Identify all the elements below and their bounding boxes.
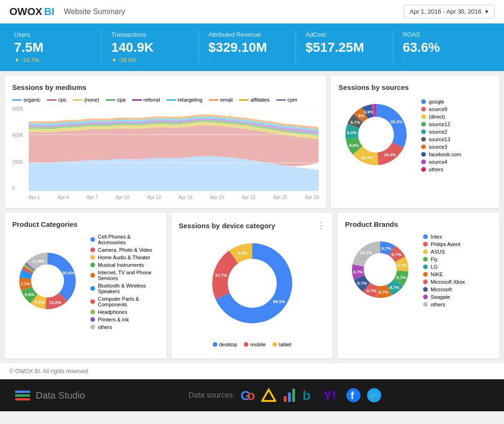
legend-dot	[90, 237, 95, 242]
legend-item: source13	[421, 136, 461, 142]
stat-label: Attributed Revenue	[208, 31, 286, 38]
y-label: 400K	[12, 133, 23, 138]
donut-chart-categories: 35.6%12.8%8.6%8.6%7.1%12.9%	[12, 246, 83, 318]
legend-label: Home Audio & Theater	[98, 255, 150, 260]
legend-dot	[423, 287, 428, 292]
sessions-sources-title: Sessions by sources	[338, 83, 492, 91]
legend-label: ASUS	[431, 249, 445, 255]
legend-label: source12	[429, 121, 450, 127]
legend-color	[167, 99, 176, 101]
legend-label: NIKE	[431, 272, 443, 277]
donut-svg-sources: 35.2%18.4%16.4%9.6%9.2%6.7%6%5.9%	[338, 97, 414, 172]
date-picker[interactable]: Apr 1, 2016 - Apr 30, 2016 ▾	[404, 5, 495, 18]
legend-label: (direct)	[429, 114, 445, 120]
legend-label: source2	[429, 129, 447, 135]
stat-value: $329.10M	[208, 40, 286, 55]
data-sources: Data sources: G o b Y! f	[189, 388, 382, 403]
svg-rect-6	[15, 398, 30, 400]
legend-label: organic	[24, 97, 40, 103]
bottom-row: Product Categories 35.6%12.8%8.6%8.6%7.1…	[5, 213, 499, 359]
sessions-device-title: Sessions by device category	[179, 222, 275, 230]
sessions-mediums-title: Sessions by mediums	[12, 83, 319, 91]
legend-item: source12	[421, 121, 461, 127]
svg-rect-12	[292, 389, 295, 402]
legend-label: cpa	[117, 97, 126, 103]
legend-item: cpc	[47, 97, 66, 103]
legend-dot	[423, 295, 428, 299]
device-legend: desktopmobiletablet	[213, 342, 292, 347]
legend-dot	[90, 248, 95, 252]
legend-label: Computer Parts & Components	[98, 296, 159, 307]
legend-label: Intex	[431, 234, 442, 240]
legend-label: Headphones	[98, 309, 127, 315]
donut-label: 8.7%	[379, 290, 389, 295]
donut-label: 35.2%	[391, 120, 403, 124]
legend-item: Home Audio & Theater	[90, 255, 159, 260]
legend-item: google	[421, 99, 461, 104]
analytics-icon	[282, 388, 297, 403]
top-bar: OWOX BI Website Summary Apr 1, 2016 - Ap…	[0, 0, 504, 24]
donut-segment	[376, 104, 407, 148]
donut-label: 68.5%	[273, 299, 285, 304]
datastudio-icon	[14, 387, 31, 404]
data-sources-label: Data sources:	[189, 391, 235, 400]
donut-label: 6.7%	[351, 120, 360, 125]
legend-item: desktop	[213, 342, 238, 347]
y-label: 0	[12, 186, 23, 191]
legend-dot	[90, 299, 95, 304]
legend-item: Microsoft Xbox	[423, 279, 465, 285]
sessions-device-card: Sessions by device category ⋮ 68.5%21.7%…	[171, 213, 333, 359]
y-axis-labels: 600K400K200K0	[12, 106, 23, 191]
legend-item: LG	[423, 264, 465, 270]
legend-item: Bluetooth & Wireless Speakers	[90, 283, 159, 294]
legend-item: Musical Instruments	[90, 262, 159, 268]
legend-label: tablet	[279, 342, 292, 347]
legend-dot	[421, 167, 426, 172]
donut-label: 12.9%	[32, 259, 44, 264]
page-title: Website Summary	[64, 8, 125, 16]
stat-label: Transactions	[111, 31, 189, 38]
x-label: Apr 4	[57, 195, 69, 200]
donut-label: 5.9%	[364, 110, 374, 114]
legend-item: others	[421, 167, 461, 172]
legend-color	[106, 99, 115, 101]
sessions-sources-donut: 35.2%18.4%16.4%9.6%9.2%6.7%6%5.9% google…	[338, 97, 492, 174]
donut-label: 16.4%	[361, 155, 373, 160]
x-label: Apr 22	[242, 195, 256, 200]
stat-item: Transactions 140.9K ▼ -28.6%	[102, 31, 199, 64]
stat-value: $517.25M	[305, 40, 383, 55]
donut-label: 12.8%	[49, 300, 61, 305]
x-label: Apr 7	[87, 195, 98, 200]
three-dots-menu[interactable]: ⋮	[317, 220, 325, 231]
legend-dot	[90, 273, 95, 278]
categories-legend: Cell Phones & AccessoriesCamera, Photo &…	[90, 234, 159, 330]
legend-dot	[213, 342, 217, 347]
legend-label: source3	[429, 144, 447, 150]
legend-label: mobile	[250, 342, 265, 347]
dropdown-chevron-icon: ▾	[485, 8, 488, 15]
legend-item: tablet	[272, 342, 292, 347]
google-ads-icon	[261, 388, 276, 403]
legend-item: Philips Avent	[423, 241, 465, 247]
legend-item: cpa	[106, 97, 126, 103]
svg-rect-11	[288, 392, 291, 402]
legend-item: Printers & Ink	[90, 317, 159, 322]
product-categories-donut: 35.6%12.8%8.6%8.6%7.1%12.9% Cell Phones …	[12, 234, 159, 330]
legend-label: Microsoft	[431, 287, 452, 292]
x-label: Apr 25	[273, 195, 287, 200]
donut-label: 21.7%	[215, 273, 227, 278]
legend-dot	[423, 249, 428, 254]
legend-dot	[423, 280, 428, 284]
legend-item: Seagate	[423, 294, 465, 300]
legend-dot	[423, 272, 428, 277]
bing-icon: b	[303, 388, 318, 403]
product-brands-card: Product Brands 8.7%8.7%8.7%8.7%8.7%8.7%8…	[337, 213, 499, 359]
twitter-icon: 🐦	[367, 388, 382, 403]
area-chart-svg	[29, 106, 319, 191]
legend-color	[73, 99, 82, 101]
legend-item: organic	[12, 97, 40, 103]
legend-item: Cell Phones & Accessories	[90, 234, 159, 245]
sessions-mediums-card: Sessions by mediums organiccpc(none)cpar…	[5, 76, 326, 208]
legend-label: Bluetooth & Wireless Speakers	[98, 283, 159, 294]
legend-item: retargeting	[167, 97, 203, 103]
